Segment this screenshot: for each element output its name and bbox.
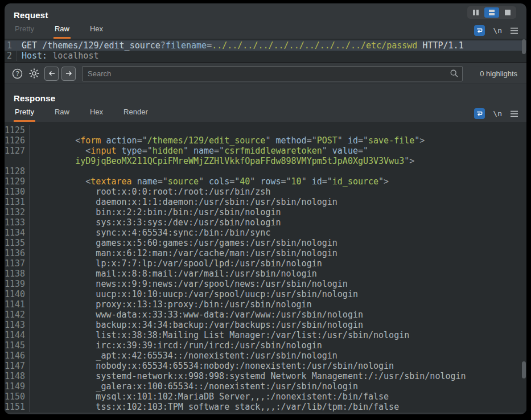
search-icon[interactable] (450, 69, 459, 78)
code-text: <textarea name="source" cols="40" rows="… (30, 176, 389, 187)
word-wrap-icon (476, 27, 483, 34)
line-number: 1133 (5, 217, 30, 228)
search-settings-button[interactable] (27, 67, 41, 80)
columns-layout-button[interactable] (468, 7, 483, 18)
code-text: tss:x:102:103:TPM software stack,,,:/var… (30, 402, 399, 412)
code-line: 1144 list:x:38:38:Mailing List Manager:/… (5, 330, 526, 340)
search-help-button[interactable]: ? (10, 67, 24, 80)
line-number: 1132 (5, 207, 30, 217)
line-number: 2 (5, 51, 17, 61)
line-number: 1139 (5, 279, 30, 289)
code-line: 1131 daemon:x:1:1:daemon:/usr/sbin:/usr/… (5, 197, 526, 207)
rows-icon (489, 10, 495, 15)
code-text: _galera:x:100:65534::/nonexistent:/usr/s… (30, 381, 358, 392)
code-text: uucp:x:10:10:uucp:/var/spool/uucp:/usr/s… (30, 289, 358, 299)
response-tab-hex[interactable]: Hex (89, 108, 104, 122)
code-text: proxy:x:13:13:proxy:/bin:/usr/sbin/nolog… (30, 299, 312, 310)
code-line: 1137 lp:x:7:7:lp:/var/spool/lpd:/usr/sbi… (5, 258, 526, 269)
code-line: 1146 _apt:x:42:65534::/nonexistent:/usr/… (5, 351, 526, 361)
response-panel: Response PrettyRawHexRender \n (5, 84, 526, 413)
code-line: 1145 irc:x:39:39:ircd:/run/ircd:/usr/sbi… (5, 340, 526, 351)
response-tab-raw[interactable]: Raw (53, 108, 71, 122)
response-editor[interactable]: 11251126 <form action="/themes/129/edit_… (5, 122, 526, 413)
line-number: 1140 (5, 289, 30, 299)
response-scrollbar-thumb[interactable] (522, 361, 526, 378)
burp-message-editor-window: Request PrettyRawHex \n (5, 3, 526, 414)
search-field-wrapper (82, 66, 463, 81)
code-text: man:x:6:12:man:/var/cache/man:/usr/sbin/… (30, 248, 337, 258)
line-number: 1130 (5, 187, 30, 197)
svg-text:?: ? (15, 70, 19, 77)
code-text: _apt:x:42:65534::/nonexistent:/usr/sbin/… (30, 351, 337, 361)
code-text: sys:x:3:3:sys:/dev:/usr/sbin/nologin (30, 217, 281, 228)
code-line: 1129 <textarea name="source" cols="40" r… (5, 176, 526, 187)
code-text: mail:x:8:8:mail:/var/mail:/usr/sbin/nolo… (30, 269, 317, 279)
request-editor[interactable]: 1GET /themes/129/edit_source?filename=..… (5, 39, 526, 63)
code-text: root:x:0:0:root:/root:/usr/bin/zsh (30, 187, 270, 197)
line-number: 1137 (5, 258, 30, 269)
editor-menu-button[interactable] (510, 27, 518, 34)
code-line: 1150 mysql:x:101:102:MariaDB Server,,,:/… (5, 392, 526, 402)
code-text: lp:x:7:7:lp:/var/spool/lpd:/usr/sbin/nol… (30, 258, 322, 269)
response-tabs: PrettyRawHexRender \n (5, 106, 526, 122)
code-text: <form action="/themes/129/edit_source" m… (30, 135, 425, 146)
show-newlines-toggle[interactable]: \n (493, 26, 502, 35)
line-number: 1144 (5, 330, 30, 340)
hamburger-menu-icon (510, 27, 518, 34)
request-tab-pretty[interactable]: Pretty (14, 24, 35, 39)
editor-menu-button[interactable] (510, 110, 518, 117)
code-text (30, 125, 34, 135)
response-tab-pretty[interactable]: Pretty (14, 108, 35, 122)
line-number: 1148 (5, 371, 30, 381)
line-number: 1136 (5, 248, 30, 258)
rows-layout-button[interactable] (484, 7, 499, 18)
code-line: iyD9jqBeoMX211QCpiFMreWMjZZHlVkkfOpaFFdw… (5, 156, 526, 166)
code-line: 1134 sync:x:4:65534:sync:/bin:/bin/sync (5, 228, 526, 238)
code-text: GET /themes/129/edit_source?filename=../… (17, 40, 464, 51)
search-toolbar: ? (5, 63, 526, 84)
code-line: 1147 nobody:x:65534:65534:nobody:/nonexi… (5, 361, 526, 371)
response-title: Response (14, 93, 55, 103)
code-line: 1132 bin:x:2:2:bin:/bin:/usr/sbin/nologi… (5, 207, 526, 217)
search-input[interactable] (82, 66, 463, 81)
line-number: 1143 (5, 320, 30, 330)
code-line: 1136 man:x:6:12:man:/var/cache/man:/usr/… (5, 248, 526, 258)
code-text: list:x:38:38:Mailing List Manager:/var/l… (30, 330, 409, 340)
line-number: 1125 (5, 125, 30, 135)
code-text: iyD9jqBeoMX211QCpiFMreWMjZZHlVkkfOpaFFdw… (30, 156, 414, 166)
code-line: 1148 systemd-network:x:998:998:systemd N… (5, 371, 526, 381)
single-pane-icon (505, 10, 511, 15)
code-text: backup:x:34:34:backup:/var/backups:/usr/… (30, 320, 363, 330)
layout-switcher (467, 6, 516, 19)
word-wrap-toggle[interactable] (474, 108, 485, 119)
request-tab-raw[interactable]: Raw (53, 24, 71, 39)
request-tabs: PrettyRawHex \n (5, 23, 526, 39)
show-newlines-toggle[interactable]: \n (493, 109, 502, 118)
response-tab-render[interactable]: Render (122, 108, 149, 122)
request-header: Request (5, 3, 526, 23)
line-number: 1127 (5, 146, 30, 156)
search-previous-button[interactable] (44, 67, 59, 81)
line-number: 1149 (5, 381, 30, 392)
code-text: games:x:5:60:games:/usr/games:/usr/sbin/… (30, 238, 337, 248)
line-number: 1126 (5, 135, 30, 146)
line-number: 1142 (5, 310, 30, 320)
line-number: 1129 (5, 176, 30, 187)
request-scrollbar-thumb[interactable] (522, 39, 526, 54)
code-line: 1126 <form action="/themes/129/edit_sour… (5, 135, 526, 146)
code-line: 1130 root:x:0:0:root:/root:/usr/bin/zsh (5, 187, 526, 197)
code-line: 1141 proxy:x:13:13:proxy:/bin:/usr/sbin/… (5, 299, 526, 310)
search-next-button[interactable] (61, 67, 76, 81)
line-number: 1147 (5, 361, 30, 371)
code-text: Host: localhost (17, 51, 98, 61)
response-header: Response (5, 84, 526, 106)
code-line: 1125 (5, 125, 526, 135)
request-tab-hex[interactable]: Hex (89, 24, 104, 39)
code-text: mysql:x:101:102:MariaDB Server,,,:/nonex… (30, 392, 389, 402)
code-text: <input type="hidden" name="csrfmiddlewar… (30, 146, 368, 156)
single-layout-button[interactable] (500, 7, 515, 18)
code-line: 1140 uucp:x:10:10:uucp:/var/spool/uucp:/… (5, 289, 526, 299)
line-number: 1135 (5, 238, 30, 248)
word-wrap-toggle[interactable] (474, 25, 485, 36)
code-text: irc:x:39:39:ircd:/run/ircd:/usr/sbin/nol… (30, 340, 322, 351)
